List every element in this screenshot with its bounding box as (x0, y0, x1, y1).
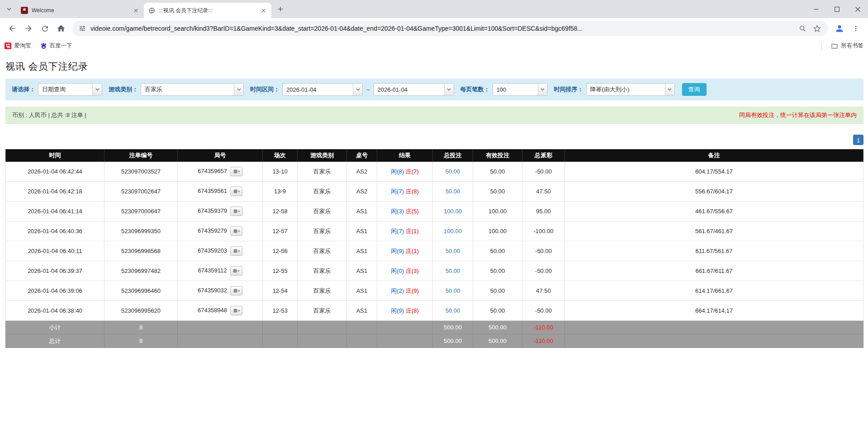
cell-time: 2026-01-04 06:42:44 (6, 162, 104, 182)
bookmark-aitaobao[interactable]: 爱淘宝 (5, 42, 31, 50)
cell-round-id: 674359279 (178, 221, 263, 241)
total-bet-link[interactable]: 50.00 (446, 307, 460, 314)
total-bet-link[interactable]: 50.00 (446, 168, 460, 175)
cell-time: 2026-01-04 06:42:18 (6, 182, 104, 202)
video-replay-icon[interactable] (230, 246, 242, 256)
total-bet-link[interactable]: 50.00 (446, 287, 460, 294)
cell-bet-id: 523096999350 (104, 221, 178, 241)
cell-time: 2026-01-04 06:39:06 (6, 281, 104, 301)
page-content: 视讯 会员下注纪录 请选择： 日期查询 游戏类别： 百家乐 时间区间： 2026… (0, 60, 868, 348)
cell-round-id: 674358948 (178, 301, 263, 321)
close-tab-icon[interactable] (260, 7, 267, 14)
video-replay-icon[interactable] (230, 266, 242, 276)
cell-note: 664.17/614.17 (565, 301, 863, 321)
cell-bet-id: 523097000647 (104, 202, 178, 221)
close-tab-icon[interactable] (132, 7, 139, 14)
home-button[interactable] (53, 21, 69, 36)
cell-time: 2026-01-04 06:40:11 (6, 241, 104, 261)
query-type-select[interactable]: 日期查询 (38, 83, 102, 96)
cell-result: 闲(9)庄(8) (377, 301, 433, 321)
tab-title: Welcome (32, 7, 128, 14)
page-number-button[interactable]: 1 (853, 135, 863, 145)
chevron-down-icon[interactable] (234, 84, 243, 95)
tab-betrecord[interactable]: :::视讯 会员下注纪录::: (144, 3, 271, 18)
chevron-down-icon[interactable] (538, 84, 547, 95)
cell-result: 闲(7)庄(1) (377, 221, 433, 241)
cell-table-no: AS1 (347, 202, 377, 221)
date-start-select[interactable]: 2026-01-04 (282, 83, 363, 96)
video-replay-icon[interactable] (230, 206, 242, 216)
header-session: 场次 (263, 150, 298, 162)
total-bet-link[interactable]: 100.00 (444, 208, 462, 215)
tab-search-button[interactable] (3, 3, 15, 15)
minimize-button[interactable] (806, 0, 826, 18)
table-row: 2026-01-04 06:40:11 523096998568 6743592… (6, 241, 863, 261)
cell-time: 2026-01-04 06:39:37 (6, 261, 104, 281)
new-tab-button[interactable] (274, 3, 287, 15)
site-info-icon[interactable] (79, 25, 86, 32)
valid-bet-notice: 同局有效投注，统一计算在该局第一张注单内 (739, 111, 857, 119)
chevron-down-icon[interactable] (92, 84, 102, 95)
total-bet-link[interactable]: 50.00 (446, 267, 460, 274)
bookmark-baidu[interactable]: 百度一下 (40, 42, 72, 50)
url-text[interactable]: videoie.com/game/betrecord_search/kind3?… (90, 25, 793, 32)
profile-button[interactable] (832, 21, 847, 36)
chevron-down-icon (6, 6, 12, 12)
close-button[interactable] (847, 0, 868, 18)
video-replay-icon[interactable] (230, 187, 242, 196)
grand-total-payout: -110.00 (522, 334, 565, 348)
cell-table-no: AS2 (347, 162, 377, 182)
menu-button[interactable] (848, 21, 863, 36)
total-bet-link[interactable]: 50.00 (446, 248, 460, 254)
time-sort-label: 时间排序： (554, 85, 583, 94)
maximize-icon (835, 7, 840, 12)
table-row: 2026-01-04 06:39:06 523096996460 6743590… (6, 281, 863, 301)
video-replay-icon[interactable] (230, 226, 242, 236)
tab-welcome[interactable]: Welcome (16, 3, 144, 18)
result-player: 闲(9) (391, 307, 404, 314)
chevron-down-icon[interactable] (665, 84, 674, 95)
forward-button[interactable] (21, 21, 36, 36)
cell-round-id: 674359379 (178, 202, 263, 221)
currency-total-text: 币别 : 人民币 | 总共 :8 注单 | (12, 111, 86, 119)
back-button[interactable] (5, 21, 20, 36)
subtotal-payout: -110.00 (522, 321, 565, 334)
close-icon (855, 7, 860, 12)
cell-bet-id: 523096998568 (104, 241, 178, 261)
per-page-select[interactable]: 100 (493, 83, 548, 96)
video-replay-icon[interactable] (230, 286, 242, 296)
header-valid-bet: 有效投注 (473, 150, 522, 162)
maximize-button[interactable] (826, 0, 847, 18)
refresh-button[interactable] (37, 21, 52, 36)
cell-valid-bet: 50.00 (473, 162, 522, 182)
result-player: 闲(3) (391, 208, 404, 215)
chevron-down-icon[interactable] (444, 84, 454, 95)
bookmark-star-button[interactable] (812, 23, 822, 33)
game-kind-select[interactable]: 百家乐 (141, 83, 244, 96)
cell-session: 12-57 (263, 221, 298, 241)
video-replay-icon[interactable] (230, 167, 242, 176)
search-button[interactable]: 查询 (682, 83, 707, 96)
tab-strip: Welcome :::视讯 会员下注纪录::: (0, 0, 868, 18)
round-id: 674359112 (198, 267, 227, 274)
table-header-row: 时间 注单编号 局号 场次 游戏类别 桌号 结果 总投注 有效投注 总派彩 备注 (6, 150, 863, 162)
time-sort-select[interactable]: 降幂(由大到小) (586, 83, 675, 96)
zoom-button[interactable] (797, 23, 807, 33)
result-player: 闲(7) (391, 228, 404, 235)
address-bar[interactable]: videoie.com/game/betrecord_search/kind3?… (72, 21, 828, 36)
cell-time: 2026-01-04 06:38:40 (6, 301, 104, 321)
cell-result: 闲(9)庄(1) (377, 241, 433, 261)
total-bet-link[interactable]: 50.00 (446, 188, 460, 195)
cell-total-bet: 100.00 (433, 221, 473, 241)
total-bet-link[interactable]: 100.00 (444, 228, 462, 235)
header-note: 备注 (565, 150, 863, 162)
bookmark-label: 爱淘宝 (14, 42, 31, 50)
date-end-select[interactable]: 2026-01-04 (374, 83, 454, 96)
video-replay-icon[interactable] (230, 306, 242, 315)
all-bookmarks-button[interactable]: 所有书签 (831, 42, 863, 50)
back-icon (8, 24, 17, 33)
chevron-down-icon[interactable] (353, 84, 362, 95)
cell-payout: 47.50 (522, 281, 565, 301)
date-start-value: 2026-01-04 (283, 84, 353, 95)
table-row: 2026-01-04 06:38:40 523096995620 6743589… (6, 301, 863, 321)
